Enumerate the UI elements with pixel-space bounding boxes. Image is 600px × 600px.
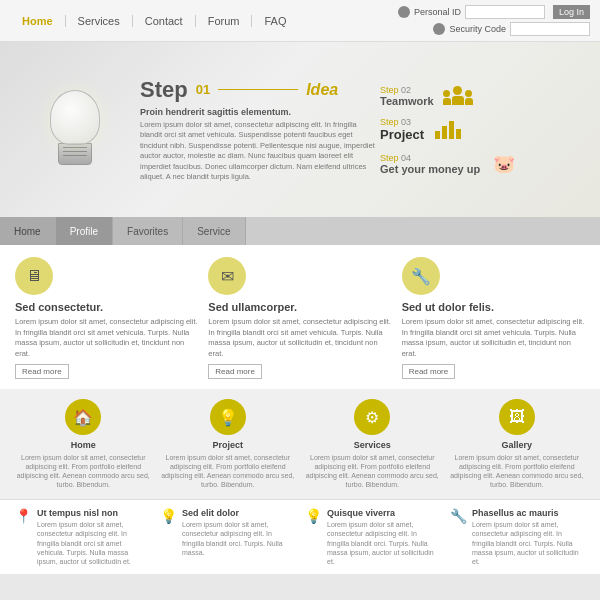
features-section: 🖥 Sed consectetur. Lorem ipsum dolor sit… (0, 245, 600, 389)
hero-step-label: Step 01 Idea (140, 77, 380, 103)
lock-icon (433, 23, 445, 35)
services-section: 🏠 Home Lorem ipsum dolor sit amet, conse… (0, 389, 600, 499)
feature-3-read-more[interactable]: Read more (402, 364, 456, 379)
security-code-label: Security Code (449, 24, 506, 34)
footer-col-2: 💡 Sed elit dolor Lorem ipsum dolor sit a… (160, 508, 295, 565)
security-code-input[interactable] (510, 22, 590, 36)
service-project-name: Project (212, 440, 243, 450)
tab-service[interactable]: Service (183, 217, 245, 245)
hero-step-4: Step 04 Get your money up 🐷 (380, 150, 570, 178)
footer-2-text: Lorem ipsum dolor sit amet, consectetur … (182, 520, 295, 556)
nav-services[interactable]: Services (66, 15, 133, 27)
service-home-text: Lorem ipsum dolor sit amet, consectetur … (15, 453, 152, 489)
hero-section: Step 01 Idea Proin hendrerit sagittis el… (0, 42, 600, 217)
tabs: Home Profile Favorites Service (0, 217, 600, 245)
service-services-name: Services (354, 440, 391, 450)
nav-faq[interactable]: FAQ (252, 15, 298, 27)
footer-bulb-icon: 💡 (160, 508, 177, 524)
service-home-name: Home (71, 440, 96, 450)
service-home: 🏠 Home Lorem ipsum dolor sit amet, conse… (15, 399, 152, 489)
feature-2-title: Sed ullamcorper. (208, 301, 391, 313)
hero-body: Lorem ipsum dolor sit amet, consectetur … (140, 120, 380, 183)
login-button[interactable]: Log In (553, 5, 590, 19)
footer-4-title: Phasellus ac mauris (472, 508, 585, 518)
nav-contact[interactable]: Contact (133, 15, 196, 27)
feature-3-text: Lorem ipsum dolor sit amet, consectetur … (402, 317, 585, 359)
login-area: Personal ID Log In Security Code (398, 5, 590, 36)
footer-col-3: 💡 Quisque viverra Lorem ipsum dolor sit … (305, 508, 440, 565)
nav-home[interactable]: Home (10, 15, 66, 27)
monitor-icon: 🖥 (15, 257, 53, 295)
team-icon (442, 82, 474, 110)
hero-divider (218, 89, 298, 90)
service-services-text: Lorem ipsum dolor sit amet, consectetur … (304, 453, 441, 489)
feature-1-title: Sed consectetur. (15, 301, 198, 313)
feature-1: 🖥 Sed consectetur. Lorem ipsum dolor sit… (15, 257, 198, 379)
feature-2-read-more[interactable]: Read more (208, 364, 262, 379)
personal-id-label: Personal ID (414, 7, 461, 17)
envelope-icon: ✉ (208, 257, 246, 295)
service-gallery: 🖼 Gallery Lorem ipsum dolor sit amet, co… (449, 399, 586, 489)
services-icon: ⚙ (354, 399, 390, 435)
hero-subtitle: Proin hendrerit sagittis elementum. (140, 107, 380, 117)
hero-text: Step 01 Idea Proin hendrerit sagittis el… (130, 77, 380, 183)
footer-col-4: 🔧 Phasellus ac mauris Lorem ipsum dolor … (450, 508, 585, 565)
personal-id-input[interactable] (465, 5, 545, 19)
hero-steps: Step 02 Teamwork Step 03 Project (380, 82, 580, 178)
service-gallery-name: Gallery (501, 440, 532, 450)
person-icon (398, 6, 410, 18)
feature-2: ✉ Sed ullamcorper. Lorem ipsum dolor sit… (208, 257, 391, 379)
tab-home[interactable]: Home (0, 217, 56, 245)
footer-4-text: Lorem ipsum dolor sit amet, consectetur … (472, 520, 585, 565)
location-icon: 📍 (15, 508, 32, 524)
feature-3-title: Sed ut dolor felis. (402, 301, 585, 313)
piggy-icon: 🐷 (488, 150, 520, 178)
chart-icon (432, 116, 464, 144)
project-icon: 💡 (210, 399, 246, 435)
footer-3-text: Lorem ipsum dolor sit amet, consectetur … (327, 520, 440, 565)
feature-3: 🔧 Sed ut dolor felis. Lorem ipsum dolor … (402, 257, 585, 379)
footer-1-title: Ut tempus nisl non (37, 508, 150, 518)
hero-step-3: Step 03 Project (380, 116, 570, 144)
footer-col-1: 📍 Ut tempus nisl non Lorem ipsum dolor s… (15, 508, 150, 565)
footer-3-title: Quisque viverra (327, 508, 440, 518)
service-services: ⚙ Services Lorem ipsum dolor sit amet, c… (304, 399, 441, 489)
wrench-icon: 🔧 (402, 257, 440, 295)
footer-1-text: Lorem ipsum dolor sit amet, consectetur … (37, 520, 150, 565)
hero-step-2: Step 02 Teamwork (380, 82, 570, 110)
home-icon: 🏠 (65, 399, 101, 435)
service-project: 💡 Project Lorem ipsum dolor sit amet, co… (160, 399, 297, 489)
main-nav: Home Services Contact Forum FAQ (10, 15, 298, 27)
feature-1-read-more[interactable]: Read more (15, 364, 69, 379)
tab-favorites[interactable]: Favorites (113, 217, 183, 245)
footer-2-title: Sed elit dolor (182, 508, 295, 518)
footer-bulb2-icon: 💡 (305, 508, 322, 524)
service-gallery-text: Lorem ipsum dolor sit amet, consectetur … (449, 453, 586, 489)
bulb-area (20, 90, 130, 170)
footer-section: 📍 Ut tempus nisl non Lorem ipsum dolor s… (0, 499, 600, 573)
feature-1-text: Lorem ipsum dolor sit amet, consectetur … (15, 317, 198, 359)
nav-forum[interactable]: Forum (196, 15, 253, 27)
service-project-text: Lorem ipsum dolor sit amet, consectetur … (160, 453, 297, 489)
footer-wrench-icon: 🔧 (450, 508, 467, 524)
feature-2-text: Lorem ipsum dolor sit amet, consectetur … (208, 317, 391, 359)
tab-profile[interactable]: Profile (56, 217, 113, 245)
lightbulb-icon (45, 90, 105, 170)
header: Home Services Contact Forum FAQ Personal… (0, 0, 600, 42)
gallery-icon: 🖼 (499, 399, 535, 435)
